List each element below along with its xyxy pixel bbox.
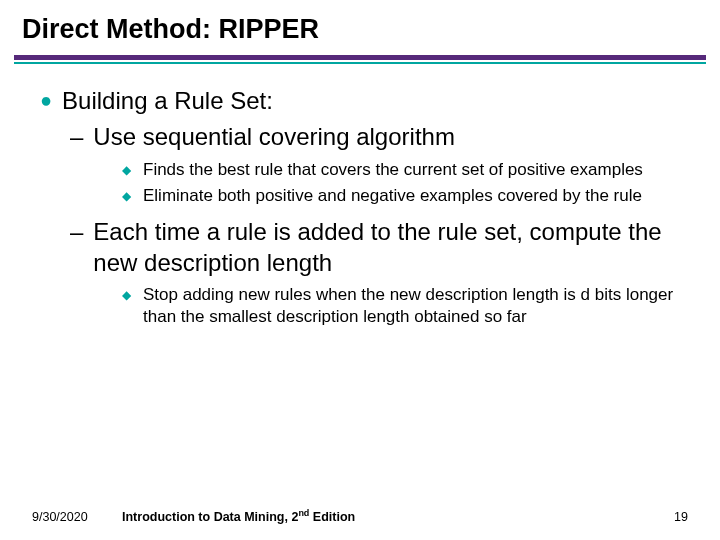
bullet-level3: ◆ Eliminate both positive and negative e… bbox=[122, 185, 680, 207]
diamond-icon: ◆ bbox=[122, 189, 131, 205]
slide-title: Direct Method: RIPPER bbox=[0, 0, 720, 55]
bullet-level3: ◆ Stop adding new rules when the new des… bbox=[122, 284, 680, 328]
bullet-text: Eliminate both positive and negative exa… bbox=[143, 185, 680, 207]
bullet-text: Finds the best rule that covers the curr… bbox=[143, 159, 680, 181]
footer-page-number: 19 bbox=[628, 510, 688, 524]
disc-icon: ● bbox=[40, 86, 52, 114]
bullet-level1: ● Building a Rule Set: bbox=[40, 86, 680, 116]
footer-book-prefix: Introduction to Data Mining, 2 bbox=[122, 510, 298, 524]
bullet-text: Use sequential covering algorithm bbox=[93, 122, 680, 153]
dash-icon: – bbox=[70, 217, 83, 248]
diamond-icon: ◆ bbox=[122, 163, 131, 179]
bullet-text: Each time a rule is added to the rule se… bbox=[93, 217, 680, 278]
bullet-level3: ◆ Finds the best rule that covers the cu… bbox=[122, 159, 680, 181]
title-rule bbox=[14, 55, 706, 64]
dash-icon: – bbox=[70, 122, 83, 153]
footer-book-suffix: Edition bbox=[309, 510, 355, 524]
bullet-level2: – Use sequential covering algorithm bbox=[70, 122, 680, 153]
content-area: ● Building a Rule Set: – Use sequential … bbox=[0, 64, 720, 329]
bullet-level2: – Each time a rule is added to the rule … bbox=[70, 217, 680, 278]
footer-book-sup: nd bbox=[298, 508, 309, 518]
footer-date: 9/30/2020 bbox=[32, 510, 122, 524]
slide: Direct Method: RIPPER ● Building a Rule … bbox=[0, 0, 720, 540]
footer: 9/30/2020 Introduction to Data Mining, 2… bbox=[0, 508, 720, 524]
footer-book: Introduction to Data Mining, 2nd Edition bbox=[122, 508, 628, 524]
diamond-icon: ◆ bbox=[122, 288, 131, 304]
bullet-text: Stop adding new rules when the new descr… bbox=[143, 284, 680, 328]
bullet-text: Building a Rule Set: bbox=[62, 86, 680, 116]
